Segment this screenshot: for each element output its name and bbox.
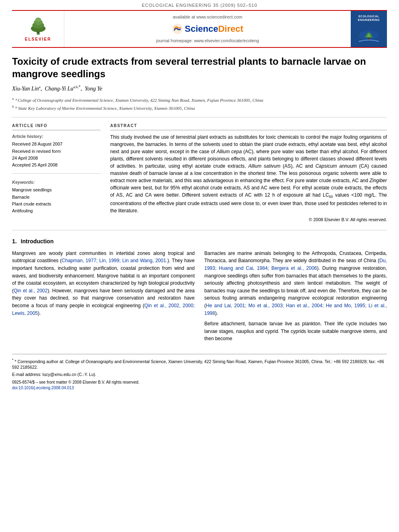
journal-volume-info: ECOLOGICAL ENGINEERING 35 (2009) 502–510 <box>142 3 257 8</box>
elsevier-logo: ELSEVIER <box>12 11 64 47</box>
keyword-2: Barnacle <box>12 194 101 200</box>
author-2: Chang-Yi Lu <box>45 86 73 92</box>
intro-section-title: 1. Introduction <box>12 238 387 246</box>
intro-left-col: Mangroves are woody plant communities in… <box>12 250 195 346</box>
right-journal-logo: ECOLOGICAL ENGINEERING <box>351 11 387 47</box>
divider-2 <box>12 230 387 230</box>
keyword-3: Plant crude extracts <box>12 201 101 207</box>
article-title: Toxicity of crude extracts from several … <box>12 55 387 80</box>
keyword-4: Antifouling <box>12 208 101 214</box>
affiliation-a: a ᵃ College of Oceanography and Environm… <box>12 96 387 103</box>
article-info-abstract: ARTICLE INFO Article history: Received 2… <box>12 123 387 223</box>
footnote-star-text: * Corresponding author at: College of Oc… <box>12 359 384 370</box>
journal-header: ELSEVIER available at www.sciencedirect.… <box>12 10 387 48</box>
copyright: © 2008 Elsevier B.V. All rights reserved… <box>110 217 387 223</box>
divider-1 <box>12 117 387 117</box>
footnote-email-text: E-mail address: lucy@xmu.edu.cn (C.-Y. L… <box>12 372 96 377</box>
svg-point-4 <box>35 18 41 22</box>
main-content: Toxicity of crude extracts from several … <box>0 55 399 391</box>
keyword-1: Mangrove seedlings <box>12 187 101 193</box>
doi-line: doi:10.1016/j.ecoleng.2008.04.013 <box>12 385 387 391</box>
received-2: Received in revised form <box>12 148 101 154</box>
sciencedirect-icon <box>172 23 183 35</box>
elsevier-tree-icon <box>22 16 54 36</box>
intro-right-col: Barnacles are marine animals belonging t… <box>204 250 387 346</box>
center-header: available at www.sciencedirect.com Scien… <box>64 11 351 47</box>
footnote-email: E-mail address: lucy@xmu.edu.cn (C.-Y. L… <box>12 372 387 378</box>
elsevier-label: ELSEVIER <box>25 37 51 42</box>
abstract-column: ABSTRACT This study involved the use of … <box>110 123 387 223</box>
ecological-engineering-icon <box>357 23 381 43</box>
accepted: Accepted 25 April 2008 <box>12 162 101 168</box>
article-info-label: ARTICLE INFO <box>12 123 101 130</box>
received-1: Received 28 August 2007 <box>12 141 101 147</box>
svg-point-5 <box>37 32 39 33</box>
author-1: Xiu-Yan Lin <box>12 86 39 92</box>
sciencedirect-text: ScienceDirect <box>185 23 243 35</box>
divider-keywords <box>12 173 101 174</box>
article-info-column: ARTICLE INFO Article history: Received 2… <box>12 123 101 223</box>
history-label: Article history: <box>12 134 101 140</box>
affiliations: a ᵃ College of Oceanography and Environm… <box>12 96 387 111</box>
intro-para-1: Mangroves are woody plant communities in… <box>12 250 195 317</box>
journal-homepage: journal homepage: www.elsevier.com/locat… <box>156 38 259 44</box>
affiliation-b: b ᵇ State Key Laboratory of Marine Envir… <box>12 104 387 111</box>
intro-para-2: Barnacles are marine animals belonging t… <box>204 250 387 317</box>
issn-line: 0925-8574/$ – see front matter © 2008 El… <box>12 380 387 385</box>
intro-para-3: Before attachment, barnacle larvae live … <box>204 320 387 343</box>
footnote-section: * * Corresponding author at: College of … <box>12 354 387 391</box>
footnote-star: * * Corresponding author at: College of … <box>12 357 387 370</box>
intro-body: Mangroves are woody plant communities in… <box>12 250 387 346</box>
right-logo-title: ECOLOGICAL ENGINEERING <box>358 14 380 22</box>
sciencedirect-logo: ScienceDirect <box>172 23 243 35</box>
keywords-label: Keywords: <box>12 179 101 185</box>
available-text: available at www.sciencedirect.com <box>173 14 242 20</box>
author-3: Yong Ye <box>85 86 103 92</box>
abstract-text: This study involved the use of terrestri… <box>110 134 387 214</box>
journal-top-bar: ECOLOGICAL ENGINEERING 35 (2009) 502–510 <box>0 0 399 10</box>
intro-title-text: Introduction <box>21 238 54 244</box>
intro-section-num: 1. <box>12 238 17 244</box>
received-2b: 24 April 2008 <box>12 155 101 161</box>
authors: Xiu-Yan Lina, Chang-Yi Lua,b,*, Yong Ye <box>12 84 387 92</box>
abstract-label: ABSTRACT <box>110 123 387 130</box>
